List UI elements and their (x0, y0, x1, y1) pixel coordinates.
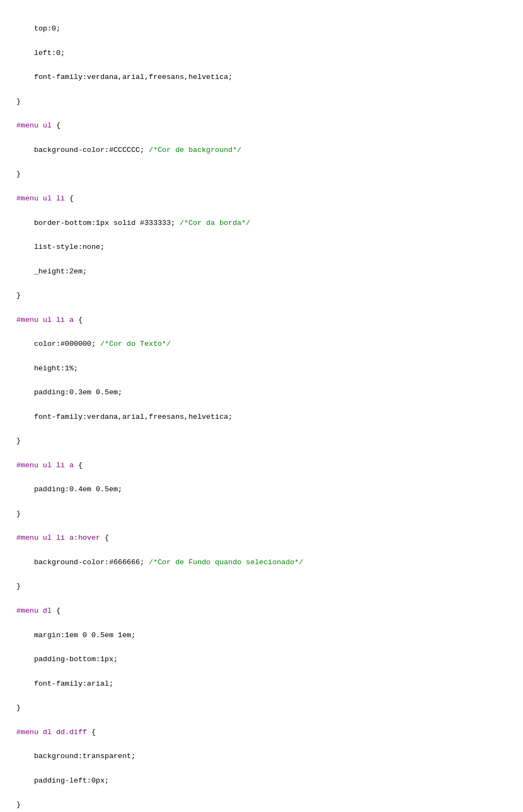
code-line: padding:0.4em 0.5em; (16, 484, 507, 496)
code-container: top:0; left:0; font-family:verdana,arial… (16, 11, 507, 812)
code-line: #menu dl dd.diff { (16, 726, 507, 738)
code-line: } (16, 508, 507, 520)
code-line: top:0; (16, 23, 507, 35)
code-line: } (16, 290, 507, 302)
code-line: background:transparent; (16, 750, 507, 762)
code-line: } (16, 168, 507, 180)
code-line: #menu dl { (16, 605, 507, 617)
code-line: height:1%; (16, 363, 507, 375)
code-line: } (16, 702, 507, 714)
code-line: border-bottom:1px solid #333333; /*Cor d… (16, 217, 507, 229)
code-line: } (16, 799, 507, 811)
code-line: padding:0.3em 0.5em; (16, 387, 507, 399)
code-block: top:0; left:0; font-family:verdana,arial… (16, 11, 507, 812)
code-line: background-color:#666666; /*Cor de Fundo… (16, 557, 507, 569)
code-line: font-family:arial; (16, 678, 507, 690)
code-line: font-family:verdana,arial,freesans,helve… (16, 411, 507, 423)
code-line: #menu ul li { (16, 193, 507, 205)
code-line: list-style:none; (16, 241, 507, 253)
code-line: #menu ul li a { (16, 314, 507, 326)
code-line: } (16, 96, 507, 108)
code-line: left:0; (16, 47, 507, 59)
code-line: #menu ul li a { (16, 460, 507, 472)
code-line: font-family:verdana,arial,freesans,helve… (16, 71, 507, 83)
code-line: color:#000000; /*Cor do Texto*/ (16, 338, 507, 350)
code-line: _height:2em; (16, 266, 507, 278)
code-line: margin:1em 0 0.5em 1em; (16, 630, 507, 642)
code-line: padding-bottom:1px; (16, 654, 507, 666)
code-line: padding-left:0px; (16, 775, 507, 787)
code-line: #menu ul li a:hover { (16, 532, 507, 544)
code-line: #menu ul { (16, 120, 507, 132)
code-line: } (16, 581, 507, 593)
code-line: background-color:#CCCCCC; /*Cor de backg… (16, 144, 507, 156)
code-line: } (16, 435, 507, 447)
